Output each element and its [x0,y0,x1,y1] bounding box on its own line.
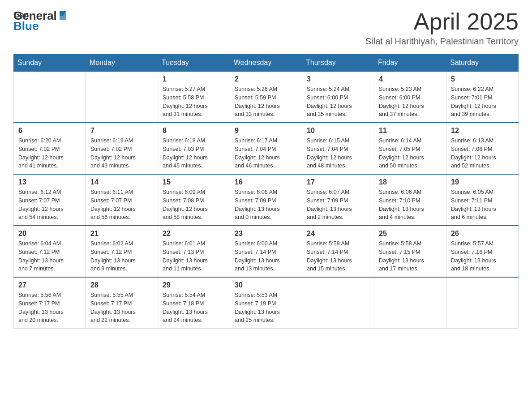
cell-week5-day3: 30Sunrise: 5:53 AMSunset: 7:19 PMDayligh… [230,277,302,329]
day-number: 28 [90,281,153,289]
day-number: 13 [18,178,81,186]
cell-week5-day5 [374,277,446,329]
cell-week3-day0: 13Sunrise: 6:12 AMSunset: 7:07 PMDayligh… [14,174,86,226]
day-info: Sunrise: 6:01 AMSunset: 7:13 PMDaylight:… [163,240,225,273]
cell-week5-day1: 28Sunrise: 5:55 AMSunset: 7:17 PMDayligh… [86,277,158,329]
cell-week2-day0: 6Sunrise: 6:20 AMSunset: 7:02 PMDaylight… [14,123,86,174]
day-info: Sunrise: 5:24 AMSunset: 6:00 PMDaylight:… [307,85,369,119]
weekday-header-row: Sunday Monday Tuesday Wednesday Thursday… [14,54,519,72]
col-thursday: Thursday [302,54,374,72]
cell-week4-day0: 20Sunrise: 6:04 AMSunset: 7:12 PMDayligh… [14,226,86,277]
day-info: Sunrise: 6:18 AMSunset: 7:03 PMDaylight:… [163,137,225,170]
col-sunday: Sunday [14,54,86,72]
cell-week5-day6 [446,277,519,329]
cell-week1-day1 [86,72,158,123]
day-info: Sunrise: 6:17 AMSunset: 7:04 PMDaylight:… [235,137,297,170]
day-info: Sunrise: 5:54 AMSunset: 7:18 PMDaylight:… [163,291,225,325]
day-info: Sunrise: 5:26 AMSunset: 5:59 PMDaylight:… [235,85,297,119]
cell-week3-day6: 19Sunrise: 6:05 AMSunset: 7:11 PMDayligh… [446,174,519,226]
calendar-header: Sunday Monday Tuesday Wednesday Thursday… [14,54,519,72]
day-info: Sunrise: 5:27 AMSunset: 5:58 PMDaylight:… [163,85,225,119]
cell-week1-day4: 3Sunrise: 5:24 AMSunset: 6:00 PMDaylight… [302,72,374,123]
day-number: 21 [90,230,153,238]
day-info: Sunrise: 6:13 AMSunset: 7:06 PMDaylight:… [451,137,514,170]
day-number: 15 [163,178,225,186]
day-info: Sunrise: 6:04 AMSunset: 7:12 PMDaylight:… [18,240,81,273]
day-number: 30 [235,281,297,289]
day-info: Sunrise: 5:58 AMSunset: 7:15 PMDaylight:… [379,240,442,273]
cell-week5-day4 [302,277,374,329]
cell-week4-day5: 25Sunrise: 5:58 AMSunset: 7:15 PMDayligh… [374,226,446,277]
day-number: 17 [307,178,369,186]
logo-display: General Blue [13,9,68,33]
cell-week3-day5: 18Sunrise: 6:06 AMSunset: 7:10 PMDayligh… [374,174,446,226]
day-info: Sunrise: 6:09 AMSunset: 7:08 PMDaylight:… [163,188,225,222]
day-number: 11 [379,127,442,135]
day-number: 6 [18,127,81,135]
page-header: General April 2025 Silat al Harithiyah, … [13,9,519,47]
day-info: Sunrise: 5:23 AMSunset: 6:00 PMDaylight:… [379,85,442,119]
cell-week5-day0: 27Sunrise: 5:56 AMSunset: 7:17 PMDayligh… [14,277,86,329]
day-info: Sunrise: 6:08 AMSunset: 7:09 PMDaylight:… [235,188,297,222]
week-row-4: 20Sunrise: 6:04 AMSunset: 7:12 PMDayligh… [14,226,519,277]
day-info: Sunrise: 6:11 AMSunset: 7:07 PMDaylight:… [90,188,153,222]
col-saturday: Saturday [446,54,519,72]
week-row-3: 13Sunrise: 6:12 AMSunset: 7:07 PMDayligh… [14,174,519,226]
day-number: 19 [451,178,514,186]
header-right: April 2025 Silat al Harithiyah, Palestin… [365,9,519,47]
day-number: 18 [379,178,442,186]
calendar-container: Sunday Monday Tuesday Wednesday Thursday… [13,54,519,329]
day-info: Sunrise: 5:53 AMSunset: 7:19 PMDaylight:… [235,291,297,325]
day-info: Sunrise: 6:06 AMSunset: 7:10 PMDaylight:… [379,188,442,222]
day-info: Sunrise: 5:56 AMSunset: 7:17 PMDaylight:… [18,291,81,325]
cell-week2-day4: 10Sunrise: 6:15 AMSunset: 7:04 PMDayligh… [302,123,374,174]
cell-week1-day3: 2Sunrise: 5:26 AMSunset: 5:59 PMDaylight… [230,72,302,123]
day-number: 26 [451,230,514,238]
location-subtitle: Silat al Harithiyah, Palestinian Territo… [365,36,519,47]
day-number: 9 [235,127,297,135]
cell-week3-day3: 16Sunrise: 6:08 AMSunset: 7:09 PMDayligh… [230,174,302,226]
cell-week3-day2: 15Sunrise: 6:09 AMSunset: 7:08 PMDayligh… [158,174,230,226]
day-number: 23 [235,230,297,238]
cell-week1-day2: 1Sunrise: 5:27 AMSunset: 5:58 PMDaylight… [158,72,230,123]
cell-week4-day4: 24Sunrise: 5:59 AMSunset: 7:14 PMDayligh… [302,226,374,277]
col-wednesday: Wednesday [230,54,302,72]
week-row-1: 1Sunrise: 5:27 AMSunset: 5:58 PMDaylight… [14,72,519,123]
cell-week1-day5: 4Sunrise: 5:23 AMSunset: 6:00 PMDaylight… [374,72,446,123]
day-number: 4 [379,75,442,83]
cell-week1-day0 [14,72,86,123]
day-number: 8 [163,127,225,135]
cell-week2-day5: 11Sunrise: 6:14 AMSunset: 7:05 PMDayligh… [374,123,446,174]
day-number: 25 [379,230,442,238]
col-tuesday: Tuesday [158,54,230,72]
logo-blue: Blue [13,19,39,33]
day-number: 5 [451,75,514,83]
cell-week4-day6: 26Sunrise: 5:57 AMSunset: 7:16 PMDayligh… [446,226,519,277]
day-number: 29 [163,281,225,289]
day-number: 7 [90,127,153,135]
day-number: 10 [307,127,369,135]
day-info: Sunrise: 6:20 AMSunset: 7:02 PMDaylight:… [18,137,81,170]
cell-week4-day1: 21Sunrise: 6:02 AMSunset: 7:12 PMDayligh… [86,226,158,277]
day-info: Sunrise: 6:14 AMSunset: 7:05 PMDaylight:… [379,137,442,170]
logo-flag-icon [58,10,68,20]
day-info: Sunrise: 5:55 AMSunset: 7:17 PMDaylight:… [90,291,153,325]
cell-week3-day1: 14Sunrise: 6:11 AMSunset: 7:07 PMDayligh… [86,174,158,226]
cell-week2-day2: 8Sunrise: 6:18 AMSunset: 7:03 PMDaylight… [158,123,230,174]
day-info: Sunrise: 5:57 AMSunset: 7:16 PMDaylight:… [451,240,514,273]
cell-week2-day6: 12Sunrise: 6:13 AMSunset: 7:06 PMDayligh… [446,123,519,174]
day-info: Sunrise: 6:05 AMSunset: 7:11 PMDaylight:… [451,188,514,222]
calendar-body: 1Sunrise: 5:27 AMSunset: 5:58 PMDaylight… [14,72,519,329]
day-number: 12 [451,127,514,135]
day-number: 3 [307,75,369,83]
day-number: 27 [18,281,81,289]
day-info: Sunrise: 6:22 AMSunset: 7:01 PMDaylight:… [451,85,514,119]
calendar-table: Sunday Monday Tuesday Wednesday Thursday… [13,54,519,329]
day-number: 24 [307,230,369,238]
day-info: Sunrise: 5:59 AMSunset: 7:14 PMDaylight:… [307,240,369,273]
day-info: Sunrise: 6:15 AMSunset: 7:04 PMDaylight:… [307,137,369,170]
day-info: Sunrise: 6:19 AMSunset: 7:02 PMDaylight:… [90,137,153,170]
col-monday: Monday [86,54,158,72]
day-number: 16 [235,178,297,186]
cell-week2-day3: 9Sunrise: 6:17 AMSunset: 7:04 PMDaylight… [230,123,302,174]
